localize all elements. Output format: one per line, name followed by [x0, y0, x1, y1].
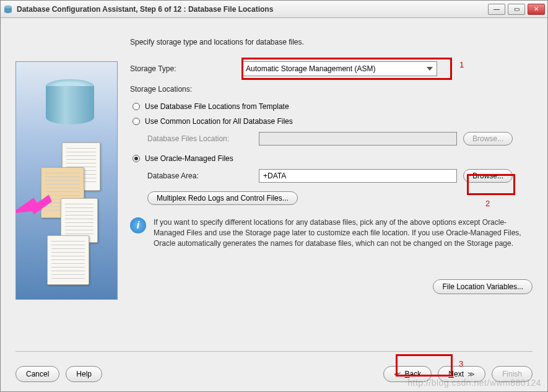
radio-template[interactable]: Use Database File Locations from Templat…	[133, 102, 533, 111]
annotation-label-3: 3	[459, 359, 463, 368]
minimize-button[interactable]: —	[488, 4, 505, 15]
finish-button: Finish	[492, 366, 533, 382]
file-location-variables-button[interactable]: File Location Variables...	[433, 279, 533, 294]
window-frame: Database Configuration Assistant, Step 6…	[0, 0, 548, 392]
storage-type-combo[interactable]: Automatic Storage Management (ASM)	[241, 61, 437, 76]
storage-type-value: Automatic Storage Management (ASM)	[246, 64, 375, 73]
radio-icon	[133, 103, 140, 110]
form-panel: Specify storage type and locations for d…	[130, 30, 533, 346]
help-button[interactable]: Help	[66, 366, 102, 382]
titlebar: Database Configuration Assistant, Step 6…	[1, 1, 547, 18]
chevron-left-icon: ≪	[394, 370, 401, 378]
annotation-label-1: 1	[459, 60, 464, 69]
info-icon: i	[130, 217, 146, 233]
db-files-location-input	[259, 132, 457, 146]
wizard-illustration	[15, 61, 118, 300]
maximize-button[interactable]: ▭	[508, 4, 525, 15]
cancel-button[interactable]: Cancel	[15, 366, 59, 382]
svg-point-0	[4, 5, 12, 7]
info-text: If you want to specify different locatio…	[154, 217, 533, 248]
footer: Cancel Help ≪ Back Next ≫ Finish 3 http:…	[1, 357, 547, 391]
annotation-label-2: 2	[485, 199, 490, 208]
radio-omf[interactable]: Use Oracle-Managed Files	[133, 154, 533, 163]
radio-common[interactable]: Use Common Location for All Database Fil…	[133, 117, 533, 126]
radio-template-label: Use Database File Locations from Templat…	[145, 102, 289, 111]
app-icon	[3, 4, 13, 14]
window-title: Database Configuration Assistant, Step 6…	[17, 5, 484, 14]
radio-icon	[133, 155, 140, 162]
browse-common-button: Browse...	[463, 132, 513, 146]
multiplex-button[interactable]: Multiplex Redo Logs and Control Files...	[147, 191, 298, 205]
browse-omf-button[interactable]: Browse...	[463, 169, 513, 183]
separator	[15, 351, 533, 352]
radio-icon	[133, 118, 140, 125]
chevron-right-icon: ≫	[468, 370, 475, 378]
window-controls: — ▭ ✕	[488, 4, 545, 15]
close-button[interactable]: ✕	[528, 4, 545, 15]
storage-locations-label: Storage Locations:	[130, 85, 241, 94]
page-heading: Specify storage type and locations for d…	[130, 38, 533, 46]
back-button[interactable]: ≪ Back	[383, 366, 432, 382]
content-area: Specify storage type and locations for d…	[1, 18, 547, 391]
db-files-location-label: Database Files Location:	[147, 134, 259, 143]
chevron-down-icon	[427, 67, 433, 71]
radio-omf-label: Use Oracle-Managed Files	[145, 154, 233, 163]
database-area-label: Database Area:	[147, 172, 259, 180]
database-area-input[interactable]: +DATA	[259, 169, 457, 183]
radio-common-label: Use Common Location for All Database Fil…	[145, 117, 293, 126]
storage-type-label: Storage Type:	[130, 64, 241, 73]
